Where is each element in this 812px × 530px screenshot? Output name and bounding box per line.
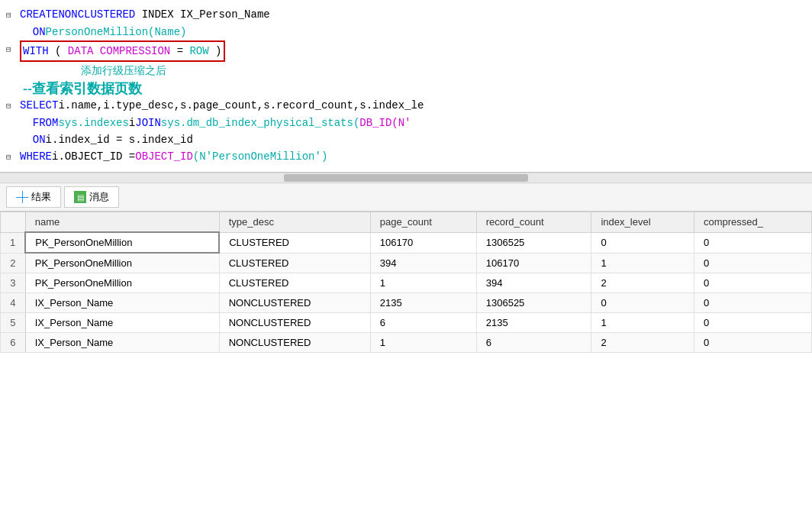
sql-editor: ⊟ CREATE NONCLUSTERED INDEX IX_Person_Na…: [0, 0, 812, 173]
col-header-compressed: compressed_: [694, 212, 812, 233]
cell-compressed[interactable]: 0: [694, 273, 812, 293]
tab-messages-label: 消息: [89, 190, 109, 204]
sql-line-3: ⊟ WITH ( DATA COMPRESSION = ROW ): [0, 40, 812, 62]
sql-select-kw: SELECT: [20, 97, 58, 114]
sql-row: ROW: [189, 45, 208, 57]
cell-page[interactable]: 2135: [370, 293, 476, 313]
scrollbar-thumb[interactable]: [284, 174, 527, 182]
cell-name[interactable]: PK_PersonOneMillion: [25, 232, 219, 253]
cell-type[interactable]: NONCLUSTERED: [219, 333, 370, 353]
line-gutter: ⊟: [3, 40, 20, 58]
cell-record[interactable]: 6: [476, 333, 591, 353]
cell-type[interactable]: CLUSTERED: [219, 232, 370, 253]
sql-where-kw: WHERE: [20, 148, 52, 165]
table-row[interactable]: 6IX_Person_NameNONCLUSTERED1620: [1, 333, 812, 353]
cell-page[interactable]: 394: [370, 253, 476, 273]
sql-where-obj: i.OBJECT_ID =: [52, 148, 135, 165]
cell-level[interactable]: 2: [591, 273, 694, 293]
col-header-name: name: [25, 212, 219, 233]
cell-page[interactable]: 6: [370, 313, 476, 333]
sql-select-cols: i.name,i.type_desc,s.page_count,s.record…: [58, 97, 424, 114]
cell-compressed[interactable]: 0: [694, 253, 812, 273]
horizontal-scrollbar[interactable]: [0, 173, 812, 183]
sql-keyword: ON: [20, 24, 46, 40]
results-table: name type_desc page_count record_count i…: [0, 212, 812, 353]
sql-join-func: sys.dm_db_index_physical_stats(: [161, 115, 359, 131]
line-gutter: ⊟: [3, 6, 20, 24]
cell-compressed[interactable]: 0: [694, 293, 812, 313]
cell-compressed[interactable]: 0: [694, 232, 812, 253]
annotation-line: 添加行级压缩之后: [0, 62, 812, 80]
row-number: 5: [1, 313, 26, 333]
sql-comment: --查看索引数据页数: [23, 80, 142, 97]
cell-page[interactable]: 1: [370, 333, 476, 353]
cell-level[interactable]: 0: [591, 293, 694, 313]
table-row[interactable]: 3PK_PersonOneMillionCLUSTERED139420: [1, 273, 812, 293]
cell-record[interactable]: 1306525: [476, 232, 591, 253]
col-header-record: record_count: [476, 212, 591, 233]
col-header-type: type_desc: [219, 212, 370, 233]
cell-level[interactable]: 2: [591, 333, 694, 353]
expand-icon-2[interactable]: ⊟: [6, 41, 17, 58]
expand-icon-3[interactable]: ⊟: [6, 98, 17, 115]
cell-compressed[interactable]: 0: [694, 333, 812, 353]
col-header-page: page_count: [370, 212, 476, 233]
cell-name[interactable]: IX_Person_Name: [25, 333, 219, 353]
sql-text: PersonOneMillion(Name): [46, 24, 187, 40]
cell-record[interactable]: 394: [476, 273, 591, 293]
cell-compressed[interactable]: 0: [694, 313, 812, 333]
cell-name[interactable]: PK_PersonOneMillion: [25, 273, 219, 293]
messages-icon: ▤: [74, 191, 86, 203]
row-number: 2: [1, 253, 26, 273]
cell-record[interactable]: 2135: [476, 313, 591, 333]
sql-on-line: ON i.index_id = s.index_id: [0, 131, 812, 148]
cell-page[interactable]: 1: [370, 273, 476, 293]
sql-from-kw: FROM: [20, 115, 58, 131]
with-clause-highlight: WITH ( DATA COMPRESSION = ROW ): [20, 40, 225, 62]
tab-results-label: 结果: [31, 190, 51, 204]
cell-type[interactable]: NONCLUSTERED: [219, 293, 370, 313]
row-number: 6: [1, 333, 26, 353]
sql-eq: =: [177, 45, 190, 57]
cell-level[interactable]: 1: [591, 253, 694, 273]
sql-objectid: OBJECT_ID: [135, 148, 193, 165]
line-gutter: [3, 24, 20, 24]
expand-icon[interactable]: ⊟: [6, 7, 17, 24]
cell-name[interactable]: PK_PersonOneMillion: [25, 253, 219, 273]
sql-on-cond: i.index_id = s.index_id: [46, 131, 193, 148]
sql-line-1: ⊟ CREATE NONCLUSTERED INDEX IX_Person_Na…: [0, 6, 812, 24]
cell-level[interactable]: 0: [591, 232, 694, 253]
cell-level[interactable]: 1: [591, 313, 694, 333]
cell-record[interactable]: 106170: [476, 253, 591, 273]
col-header-level: index_level: [591, 212, 694, 233]
sql-select-line: ⊟ SELECT i.name,i.type_desc,s.page_count…: [0, 97, 812, 115]
annotation-text: 添加行级压缩之后: [81, 62, 166, 80]
cell-page[interactable]: 106170: [370, 232, 476, 253]
tab-results[interactable]: 结果: [6, 186, 61, 208]
row-number: 4: [1, 293, 26, 313]
cell-name[interactable]: IX_Person_Name: [25, 313, 219, 333]
results-icon: [16, 191, 28, 203]
sql-from-alias: i: [129, 115, 135, 131]
table-body: 1PK_PersonOneMillionCLUSTERED10617013065…: [1, 232, 812, 353]
row-number: 1: [1, 232, 26, 253]
line-gutter: ⊟: [3, 148, 20, 166]
cell-type[interactable]: CLUSTERED: [219, 253, 370, 273]
cell-type[interactable]: NONCLUSTERED: [219, 313, 370, 333]
cell-record[interactable]: 1306525: [476, 293, 591, 313]
expand-icon-4[interactable]: ⊟: [6, 149, 17, 166]
table-row[interactable]: 2PK_PersonOneMillionCLUSTERED39410617010: [1, 253, 812, 273]
table-row[interactable]: 4IX_Person_NameNONCLUSTERED2135130652500: [1, 293, 812, 313]
table-row[interactable]: 5IX_Person_NameNONCLUSTERED6213510: [1, 313, 812, 333]
sql-comment-line: --查看索引数据页数: [0, 80, 812, 97]
sql-dbid: DB_ID(N': [359, 115, 411, 131]
sql-paren: (: [55, 45, 61, 57]
cell-name[interactable]: IX_Person_Name: [25, 293, 219, 313]
tab-messages[interactable]: ▤ 消息: [64, 186, 119, 208]
cell-type[interactable]: CLUSTERED: [219, 273, 370, 293]
table-row[interactable]: 1PK_PersonOneMillionCLUSTERED10617013065…: [1, 232, 812, 253]
sql-line-2: ON PersonOneMillion(Name): [0, 24, 812, 40]
line-gutter: ⊟: [3, 97, 20, 115]
sql-from-table: sys.indexes: [58, 115, 128, 131]
row-number: 3: [1, 273, 26, 293]
